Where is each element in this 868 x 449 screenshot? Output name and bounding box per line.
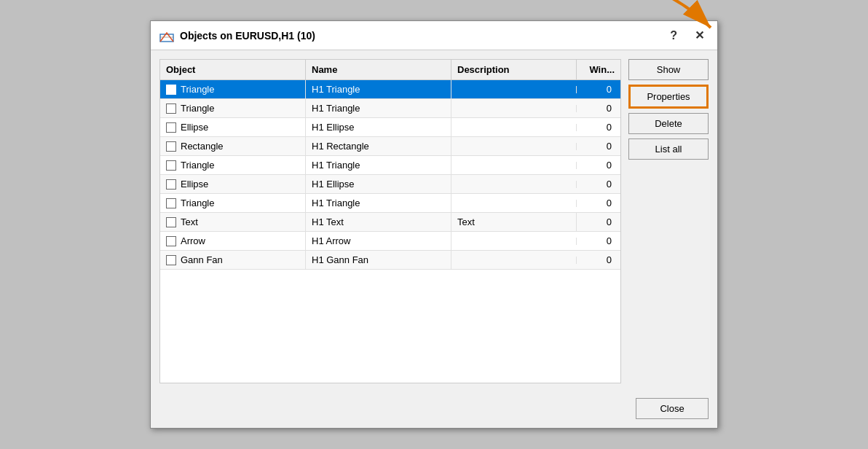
properties-button[interactable]: Properties <box>628 85 709 109</box>
cell-name: H1 Arrow <box>306 232 451 250</box>
row-checkbox[interactable] <box>166 217 176 227</box>
cell-description <box>451 238 577 245</box>
cell-win: 0 <box>577 213 620 231</box>
table-header: Object Name Description Win... <box>160 60 620 80</box>
table-row[interactable]: Ellipse H1 Ellipse 0 <box>160 118 620 137</box>
cell-win: 0 <box>577 137 620 155</box>
row-checkbox[interactable] <box>166 198 176 208</box>
cell-object: Rectangle <box>160 137 306 155</box>
row-checkbox[interactable] <box>166 122 176 133</box>
cell-object: Gann Fan <box>160 251 306 269</box>
title-close-button[interactable]: ✕ <box>690 27 709 44</box>
help-button[interactable]: ? <box>666 28 682 44</box>
title-bar: Objects on EURUSD,H1 (10) ? ✕ <box>151 21 717 50</box>
cell-object: Triangle <box>160 99 306 117</box>
cell-description: Text <box>451 213 577 231</box>
dialog-icon <box>159 28 174 43</box>
list-all-button[interactable]: List all <box>628 138 709 160</box>
cell-name: H1 Triangle <box>306 156 451 174</box>
row-checkbox[interactable] <box>166 85 176 95</box>
row-checkbox[interactable] <box>166 179 176 190</box>
title-bar-right: ? ✕ <box>666 27 709 44</box>
cell-description <box>451 162 577 169</box>
col-win: Win... <box>577 60 620 79</box>
cell-win: 0 <box>577 251 620 269</box>
cell-description <box>451 181 577 188</box>
dialog-body: Object Name Description Win... Triangle … <box>151 50 717 392</box>
buttons-area: Show Properties Delete List all <box>628 59 709 383</box>
cell-object: Arrow <box>160 232 306 250</box>
dialog-footer: Close <box>151 392 717 428</box>
cell-name: H1 Gann Fan <box>306 251 451 269</box>
show-button[interactable]: Show <box>628 59 709 80</box>
cell-win: 0 <box>577 194 620 212</box>
svg-rect-1 <box>160 34 173 42</box>
objects-table: Object Name Description Win... Triangle … <box>159 59 621 383</box>
table-row[interactable]: Rectangle H1 Rectangle 0 <box>160 137 620 156</box>
cell-win: 0 <box>577 175 620 193</box>
cell-name: H1 Triangle <box>306 80 451 98</box>
table-row[interactable]: Triangle H1 Triangle 0 <box>160 156 620 175</box>
row-checkbox[interactable] <box>166 236 176 246</box>
cell-object: Ellipse <box>160 175 306 193</box>
cell-win: 0 <box>577 118 620 136</box>
cell-description <box>451 143 577 150</box>
cell-win: 0 <box>577 232 620 250</box>
cell-win: 0 <box>577 99 620 117</box>
cell-win: 0 <box>577 156 620 174</box>
cell-description <box>451 105 577 112</box>
cell-object: Triangle <box>160 194 306 212</box>
dialog-title: Objects on EURUSD,H1 (10) <box>180 30 315 42</box>
cell-description <box>451 86 577 93</box>
row-checkbox[interactable] <box>166 104 176 114</box>
col-name: Name <box>306 60 451 79</box>
cell-name: H1 Triangle <box>306 194 451 212</box>
table-row[interactable]: Ellipse H1 Ellipse 0 <box>160 175 620 194</box>
row-checkbox[interactable] <box>166 141 176 152</box>
cell-description <box>451 257 577 264</box>
col-description: Description <box>451 60 577 79</box>
cell-name: H1 Rectangle <box>306 137 451 155</box>
delete-button[interactable]: Delete <box>628 113 709 134</box>
table-row[interactable]: Gann Fan H1 Gann Fan 0 <box>160 251 620 270</box>
cell-win: 0 <box>577 80 620 98</box>
table-row[interactable]: Triangle H1 Triangle 0 <box>160 194 620 213</box>
close-button[interactable]: Close <box>636 398 709 419</box>
table-row[interactable]: Arrow H1 Arrow 0 <box>160 232 620 251</box>
table-row[interactable]: Triangle H1 Triangle 0 <box>160 99 620 118</box>
cell-object: Triangle <box>160 80 306 98</box>
cell-object: Triangle <box>160 156 306 174</box>
row-checkbox[interactable] <box>166 160 176 171</box>
table-row[interactable]: Text H1 Text Text 0 <box>160 213 620 232</box>
cell-name: H1 Ellipse <box>306 175 451 193</box>
cell-name: H1 Ellipse <box>306 118 451 136</box>
cell-description <box>451 200 577 207</box>
cell-object: Ellipse <box>160 118 306 136</box>
cell-name: H1 Text <box>306 213 451 231</box>
table-body: Triangle H1 Triangle 0 Triangle H1 Trian… <box>160 80 620 383</box>
table-row[interactable]: Triangle H1 Triangle 0 <box>160 80 620 99</box>
cell-description <box>451 124 577 131</box>
title-bar-left: Objects on EURUSD,H1 (10) <box>159 28 315 43</box>
row-checkbox[interactable] <box>166 255 176 265</box>
dialog-container: Objects on EURUSD,H1 (10) ? ✕ Object Nam… <box>150 20 718 429</box>
cell-object: Text <box>160 213 306 231</box>
cell-name: H1 Triangle <box>306 99 451 117</box>
col-object: Object <box>160 60 306 79</box>
